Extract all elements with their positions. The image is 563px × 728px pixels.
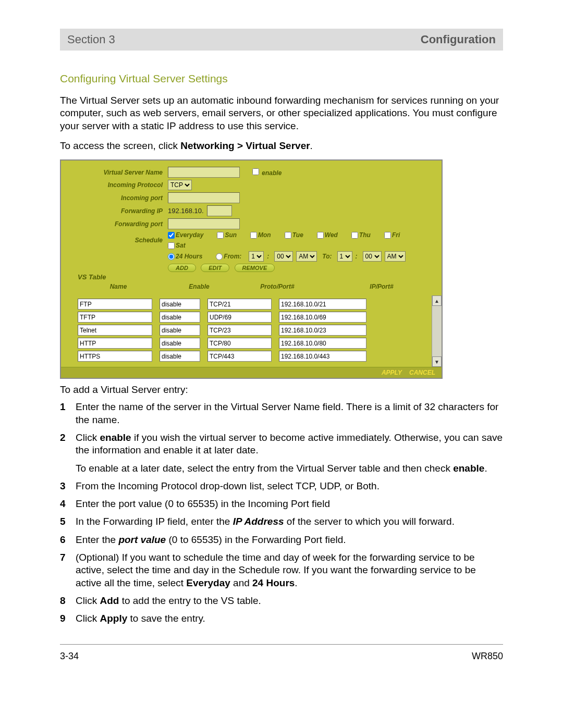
row-name[interactable] [78,312,152,323]
to-min-select[interactable]: 00 [363,251,382,262]
label-fwdip: Forwarding IP [66,207,168,215]
24hours-radio[interactable] [168,253,175,260]
section-label: Section 3 [67,33,115,46]
row-name[interactable] [78,351,152,362]
label-inport: Incoming port [66,194,168,202]
row-name[interactable] [78,299,152,310]
everyday-checkbox[interactable] [168,232,175,239]
row-enable[interactable] [160,338,200,349]
scroll-up-icon[interactable]: ▲ [432,295,442,306]
label-protocol: Incoming Protocol [66,181,168,189]
row-name[interactable] [78,338,152,349]
row-proto[interactable] [207,325,272,336]
from-hour-select[interactable]: 1 [249,251,264,262]
sun-checkbox[interactable] [217,232,224,239]
table-row[interactable] [78,351,427,362]
row-enable[interactable] [160,312,200,323]
footer-rule [60,644,503,645]
table-row[interactable] [78,299,427,310]
page-title: Configuration [421,33,496,46]
page-header: Section 3 Configuration [60,29,503,51]
row-enable[interactable] [160,299,200,310]
access-line: To access the screen, click Networking >… [60,140,503,152]
row-proto[interactable] [207,351,272,362]
intro-text: The Virtual Server sets up an automatic … [60,94,503,132]
forwarding-port-input[interactable] [168,218,240,229]
incoming-port-input[interactable] [168,192,240,203]
row-enable[interactable] [160,325,200,336]
to-hour-select[interactable]: 1 [337,251,352,262]
enable-label: enable [262,169,282,177]
mon-checkbox[interactable] [250,232,257,239]
table-row[interactable] [78,312,427,323]
vsname-input[interactable] [168,167,240,178]
forwarding-ip-input[interactable] [207,205,232,216]
remove-button[interactable]: REMOVE [235,264,275,272]
from-radio[interactable] [216,253,223,260]
protocol-select[interactable]: TCP [168,180,192,190]
sat-checkbox[interactable] [168,242,175,249]
row-ipport[interactable] [279,351,366,362]
row-ipport[interactable] [279,312,366,323]
from-ampm-select[interactable]: AM [296,251,317,262]
vstable-label: VS Table [66,272,436,282]
subheading: Configuring Virtual Server Settings [60,72,503,85]
scroll-down-icon[interactable]: ▼ [432,356,442,367]
ip-prefix: 192.168.10. [168,207,204,215]
add-button[interactable]: ADD [168,264,196,272]
page-footer: 3-34 WR850 [60,651,503,662]
table-row[interactable] [78,325,427,336]
table-row[interactable] [78,338,427,349]
label-fwdport: Forwarding port [66,220,168,228]
row-ipport[interactable] [279,299,366,310]
virtual-server-panel: Virtual Server Name enable Incoming Prot… [60,159,443,379]
add-entry-caption: To add a Virtual Server entry: [60,384,503,396]
cancel-button[interactable]: CANCEL [409,369,435,376]
row-proto[interactable] [207,299,272,310]
row-proto[interactable] [207,338,272,349]
row-proto[interactable] [207,312,272,323]
page-number: 3-34 [60,651,79,662]
thu-checkbox[interactable] [351,232,358,239]
label-schedule: Schedule [66,237,168,244]
label-vsname: Virtual Server Name [66,169,168,176]
vstable-headers: Name Enable Proto/Port# IP/Port# [66,282,436,292]
row-ipport[interactable] [279,338,366,349]
row-ipport[interactable] [279,325,366,336]
steps-list: 1Enter the name of the server in the Vir… [60,401,503,625]
from-min-select[interactable]: 00 [274,251,293,262]
model-name: WR850 [472,651,503,662]
wed-checkbox[interactable] [317,232,324,239]
row-name[interactable] [78,325,152,336]
apply-button[interactable]: APPLY [382,369,402,376]
enable-checkbox[interactable] [252,168,259,175]
tue-checkbox[interactable] [285,232,291,239]
edit-button[interactable]: EDIT [201,264,229,272]
to-ampm-select[interactable]: AM [385,251,406,262]
row-enable[interactable] [160,351,200,362]
fri-checkbox[interactable] [384,232,391,239]
scrollbar[interactable]: ▲ ▼ [432,295,442,367]
